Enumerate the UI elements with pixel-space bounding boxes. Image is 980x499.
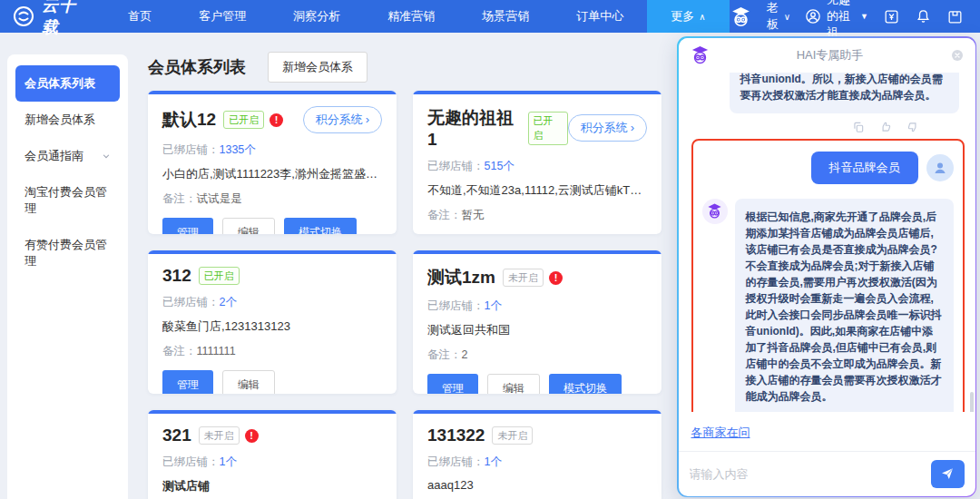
- note-label: 备注：: [427, 348, 462, 361]
- assistant-panel: HAI专属助手 抖音unionId。所以，新接入店铺的会员需要再次授权激活才能直…: [677, 36, 976, 497]
- status-badge: 已开启: [528, 112, 568, 145]
- copy-icon[interactable]: [852, 121, 865, 133]
- shops-label: 已绑店铺：: [427, 455, 485, 468]
- nav-item-insight-analysis[interactable]: 洞察分析: [270, 0, 364, 33]
- sidebar-item-member-system-list[interactable]: 会员体系列表: [15, 65, 120, 102]
- top-navbar: 云千载 首页 客户管理 洞察分析 精准营销 场景营销 订单中心 更多 ∧ 老板 …: [0, 0, 980, 33]
- mode-switch-button[interactable]: 模式切换: [284, 218, 357, 234]
- user-menu[interactable]: 无趣的祖祖 ▼: [805, 0, 868, 41]
- mode-switch-button[interactable]: 模式切换: [549, 374, 622, 394]
- shops-label: 已绑店铺：: [162, 143, 220, 156]
- sidebar-item-taobao-paid-member[interactable]: 淘宝付费会员管理: [15, 174, 120, 227]
- chat-message-list[interactable]: 抖音unionId。所以，新接入店铺的会员需要再次授权激活才能直接成为品牌会员。…: [679, 73, 975, 412]
- assistant-avatar: [702, 199, 728, 224]
- card-title: 测试1zm: [427, 266, 495, 289]
- nav-item-precision-marketing[interactable]: 精准营销: [364, 0, 458, 33]
- member-system-card: 测试1zm 未开启 ! 已绑店铺：1个 测试返回共和国 备注：2 管理 编辑 模…: [413, 250, 662, 394]
- nav-item-order-center[interactable]: 订单中心: [553, 0, 647, 33]
- member-system-card: 321 未开启 ! 已绑店铺：1个 测试店铺: [148, 410, 397, 499]
- shops-count[interactable]: 515个: [485, 160, 514, 172]
- edit-button[interactable]: 编辑: [487, 374, 540, 394]
- shops-label: 已绑店铺：: [427, 160, 485, 172]
- card-title: 312: [162, 266, 191, 286]
- sidebar-item-label: 淘宝付费会员管理: [24, 184, 111, 217]
- manage-button[interactable]: 管理: [162, 370, 213, 394]
- nav-menu: 首页 客户管理 洞察分析 精准营销 场景营销 订单中心 更多 ∧: [104, 0, 729, 33]
- alert-icon[interactable]: !: [270, 113, 283, 127]
- sidebar-item-label: 新增会员体系: [24, 112, 95, 128]
- edit-button[interactable]: 编辑: [222, 370, 275, 394]
- sidebar-item-add-member-system[interactable]: 新增会员体系: [15, 102, 120, 138]
- sidebar: 会员体系列表 新增会员体系 会员通指南 淘宝付费会员管理 有赞付费会员管理: [7, 54, 128, 499]
- shops-count[interactable]: 1335个: [220, 143, 256, 156]
- points-system-button[interactable]: 积分系统›: [568, 114, 647, 142]
- store-names: aaaq123: [427, 478, 647, 492]
- note-label: 备注：: [162, 192, 197, 205]
- sidebar-item-label: 会员体系列表: [24, 75, 95, 92]
- store-names: 酸菜鱼门店,1231313123: [162, 318, 382, 335]
- assistant-owl-icon[interactable]: [730, 5, 752, 28]
- nav-item-more-label: 更多: [671, 8, 694, 24]
- member-system-card: 131322 未开启 已绑店铺：1个 aaaq123: [413, 410, 662, 499]
- status-badge: 未开启: [503, 269, 544, 288]
- manage-button[interactable]: 管理: [162, 218, 213, 234]
- main-content: 会员体系列表 新增会员体系 默认12 已开启 ! 积分系统› 已绑店铺：1335…: [148, 51, 665, 499]
- note-value: 暂无: [462, 209, 485, 221]
- user-avatar: [926, 154, 954, 181]
- card-title: 无趣的祖祖1: [427, 106, 521, 150]
- scrollbar-thumb[interactable]: [970, 392, 974, 412]
- sidebar-item-member-guide[interactable]: 会员通指南: [15, 138, 120, 174]
- regenerate-button[interactable]: 重新生成: [810, 410, 869, 412]
- store-names: 测试返回共和国: [427, 322, 647, 338]
- status-badge: 未开启: [492, 426, 533, 445]
- shops-count[interactable]: 1个: [485, 299, 502, 312]
- thumbs-up-icon[interactable]: [879, 121, 892, 133]
- alert-icon[interactable]: !: [549, 271, 563, 285]
- sidebar-item-youzan-paid-member[interactable]: 有赞付费会员管理: [15, 227, 120, 279]
- billing-icon[interactable]: [883, 8, 900, 25]
- role-label: 老板: [767, 0, 779, 33]
- user-message: 抖音品牌会员: [811, 152, 918, 184]
- chevron-up-icon: ∧: [699, 12, 705, 22]
- role-switcher[interactable]: 老板 ∨: [767, 0, 790, 33]
- shops-label: 已绑店铺：: [427, 299, 485, 312]
- nav-item-customer-management[interactable]: 客户管理: [175, 0, 270, 33]
- regenerate-label: 重新生成: [810, 410, 854, 412]
- edit-button[interactable]: 编辑: [222, 218, 275, 234]
- member-system-card: 无趣的祖祖1 已开启 积分系统› 已绑店铺：515个 不知道,不知道23a,11…: [413, 91, 662, 234]
- close-icon[interactable]: [950, 48, 965, 63]
- member-system-card: 默认12 已开启 ! 积分系统› 已绑店铺：1335个 小白的店,测试11112…: [148, 91, 397, 234]
- thumbs-down-icon[interactable]: [906, 121, 919, 133]
- status-badge: 已开启: [223, 111, 264, 130]
- assistant-answer-text: 根据已知信息,商家先开通了品牌会员,后期添加某抖音店铺成为品牌会员店铺后,该店铺…: [746, 210, 942, 403]
- sidebar-item-label: 有赞付费会员管理: [24, 237, 111, 269]
- send-button[interactable]: [931, 460, 965, 488]
- caret-down-icon: ▼: [860, 12, 868, 21]
- brand-logo[interactable]: 云千载: [0, 0, 104, 33]
- shops-count[interactable]: 1个: [220, 455, 237, 468]
- store-names: 测试店铺: [162, 478, 382, 494]
- chat-input[interactable]: [690, 467, 924, 481]
- sidebar-item-label: 会员通指南: [24, 148, 83, 164]
- card-title: 默认12: [162, 108, 216, 132]
- chevron-down-icon: [102, 152, 111, 161]
- alert-icon[interactable]: !: [245, 429, 259, 443]
- bell-icon[interactable]: [915, 8, 932, 25]
- nav-item-more[interactable]: 更多 ∧: [647, 0, 729, 33]
- manage-button[interactable]: 管理: [427, 374, 478, 394]
- arrow-right-icon: ›: [366, 113, 369, 126]
- card-title: 131322: [427, 426, 485, 445]
- points-system-button[interactable]: 积分系统›: [303, 106, 382, 133]
- nav-item-scene-marketing[interactable]: 场景营销: [458, 0, 553, 33]
- nav-item-home[interactable]: 首页: [104, 0, 175, 33]
- shops-count[interactable]: 2个: [220, 296, 237, 308]
- card-title: 321: [162, 426, 191, 445]
- assistant-owl-icon: [690, 44, 710, 65]
- shops-count[interactable]: 1个: [485, 455, 502, 468]
- add-member-system-button[interactable]: 新增会员体系: [268, 52, 368, 83]
- note-value: 试试是是: [197, 192, 242, 205]
- merchants-asking-link[interactable]: 各商家在问: [691, 426, 750, 439]
- user-circle-icon: [805, 8, 821, 24]
- store-names: 不知道,不知道23a,11112,云测试店铺kT6ey,南宁西乡塘区心: [427, 182, 647, 199]
- package-icon[interactable]: [946, 8, 964, 25]
